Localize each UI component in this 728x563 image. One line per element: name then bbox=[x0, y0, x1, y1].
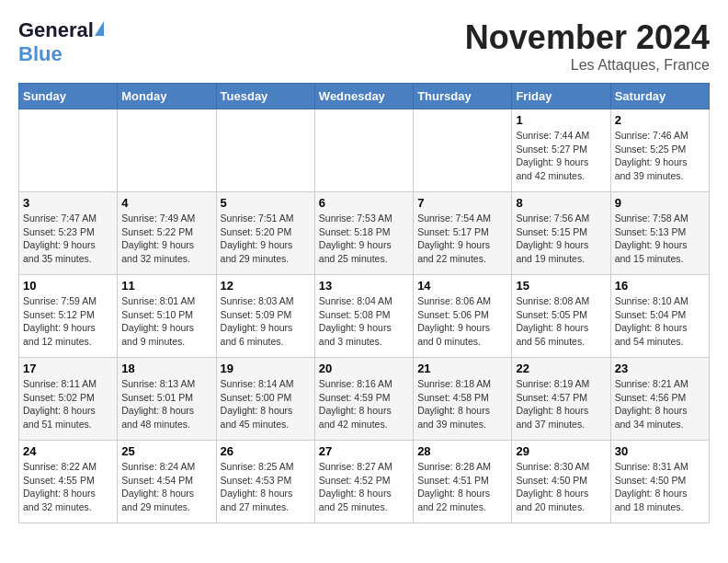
day-number: 29 bbox=[516, 444, 606, 458]
table-row: 5Sunrise: 7:51 AM Sunset: 5:20 PM Daylig… bbox=[216, 192, 314, 275]
day-info: Sunrise: 7:51 AM Sunset: 5:20 PM Dayligh… bbox=[221, 212, 311, 266]
table-row: 11Sunrise: 8:01 AM Sunset: 5:10 PM Dayli… bbox=[118, 275, 216, 358]
table-row bbox=[414, 109, 512, 192]
logo-blue-text: Blue bbox=[18, 42, 63, 65]
day-info: Sunrise: 7:44 AM Sunset: 5:27 PM Dayligh… bbox=[516, 129, 606, 183]
day-number: 7 bbox=[417, 196, 507, 210]
calendar-week-row: 17Sunrise: 8:11 AM Sunset: 5:02 PM Dayli… bbox=[19, 358, 710, 441]
day-info: Sunrise: 8:21 AM Sunset: 4:56 PM Dayligh… bbox=[615, 377, 705, 431]
day-number: 8 bbox=[516, 196, 606, 210]
day-number: 3 bbox=[23, 196, 113, 210]
table-row bbox=[118, 109, 216, 192]
day-number: 13 bbox=[319, 279, 409, 293]
day-info: Sunrise: 8:28 AM Sunset: 4:51 PM Dayligh… bbox=[417, 460, 507, 514]
table-row: 22Sunrise: 8:19 AM Sunset: 4:57 PM Dayli… bbox=[512, 358, 610, 441]
col-monday: Monday bbox=[118, 84, 216, 109]
table-row: 13Sunrise: 8:04 AM Sunset: 5:08 PM Dayli… bbox=[314, 275, 413, 358]
day-info: Sunrise: 7:59 AM Sunset: 5:12 PM Dayligh… bbox=[23, 294, 113, 349]
day-info: Sunrise: 8:11 AM Sunset: 5:02 PM Dayligh… bbox=[23, 377, 113, 431]
table-row: 6Sunrise: 7:53 AM Sunset: 5:18 PM Daylig… bbox=[314, 192, 413, 275]
day-info: Sunrise: 8:04 AM Sunset: 5:08 PM Dayligh… bbox=[319, 294, 409, 349]
day-number: 16 bbox=[615, 279, 705, 293]
table-row: 27Sunrise: 8:27 AM Sunset: 4:52 PM Dayli… bbox=[314, 441, 413, 523]
table-row: 26Sunrise: 8:25 AM Sunset: 4:53 PM Dayli… bbox=[216, 441, 314, 523]
day-info: Sunrise: 8:10 AM Sunset: 5:04 PM Dayligh… bbox=[615, 294, 705, 349]
table-row: 19Sunrise: 8:14 AM Sunset: 5:00 PM Dayli… bbox=[216, 358, 314, 441]
day-number: 5 bbox=[221, 196, 311, 210]
logo-general: General bbox=[18, 18, 94, 41]
day-info: Sunrise: 7:56 AM Sunset: 5:15 PM Dayligh… bbox=[516, 212, 606, 266]
table-row: 16Sunrise: 8:10 AM Sunset: 5:04 PM Dayli… bbox=[610, 275, 709, 358]
day-number: 28 bbox=[417, 444, 507, 458]
table-row: 3Sunrise: 7:47 AM Sunset: 5:23 PM Daylig… bbox=[19, 192, 118, 275]
day-info: Sunrise: 8:22 AM Sunset: 4:55 PM Dayligh… bbox=[23, 460, 113, 514]
day-number: 26 bbox=[221, 444, 311, 458]
calendar-table: Sunday Monday Tuesday Wednesday Thursday… bbox=[18, 83, 710, 523]
day-number: 21 bbox=[417, 362, 507, 375]
table-row: 30Sunrise: 8:31 AM Sunset: 4:50 PM Dayli… bbox=[610, 441, 709, 523]
table-row: 1Sunrise: 7:44 AM Sunset: 5:27 PM Daylig… bbox=[512, 109, 610, 192]
day-number: 20 bbox=[319, 362, 409, 375]
table-row: 17Sunrise: 8:11 AM Sunset: 5:02 PM Dayli… bbox=[19, 358, 118, 441]
table-row: 29Sunrise: 8:30 AM Sunset: 4:50 PM Dayli… bbox=[512, 441, 610, 523]
day-info: Sunrise: 8:16 AM Sunset: 4:59 PM Dayligh… bbox=[319, 377, 409, 431]
day-number: 25 bbox=[121, 444, 211, 458]
day-number: 19 bbox=[221, 362, 311, 375]
table-row: 24Sunrise: 8:22 AM Sunset: 4:55 PM Dayli… bbox=[19, 441, 118, 523]
table-row: 28Sunrise: 8:28 AM Sunset: 4:51 PM Dayli… bbox=[414, 441, 512, 523]
table-row: 23Sunrise: 8:21 AM Sunset: 4:56 PM Dayli… bbox=[610, 358, 709, 441]
table-row: 14Sunrise: 8:06 AM Sunset: 5:06 PM Dayli… bbox=[414, 275, 512, 358]
day-info: Sunrise: 7:53 AM Sunset: 5:18 PM Dayligh… bbox=[319, 212, 409, 266]
day-number: 11 bbox=[121, 279, 211, 293]
calendar-week-row: 3Sunrise: 7:47 AM Sunset: 5:23 PM Daylig… bbox=[19, 192, 710, 275]
day-number: 27 bbox=[319, 444, 409, 458]
day-info: Sunrise: 8:03 AM Sunset: 5:09 PM Dayligh… bbox=[221, 294, 311, 349]
day-number: 14 bbox=[417, 279, 507, 293]
day-info: Sunrise: 7:54 AM Sunset: 5:17 PM Dayligh… bbox=[417, 212, 507, 266]
table-row: 9Sunrise: 7:58 AM Sunset: 5:13 PM Daylig… bbox=[610, 192, 709, 275]
calendar-week-row: 24Sunrise: 8:22 AM Sunset: 4:55 PM Dayli… bbox=[19, 441, 710, 523]
day-info: Sunrise: 8:13 AM Sunset: 5:01 PM Dayligh… bbox=[121, 377, 211, 431]
table-row: 21Sunrise: 8:18 AM Sunset: 4:58 PM Dayli… bbox=[414, 358, 512, 441]
table-row: 25Sunrise: 8:24 AM Sunset: 4:54 PM Dayli… bbox=[118, 441, 216, 523]
month-title: November 2024 bbox=[465, 18, 710, 57]
day-info: Sunrise: 8:19 AM Sunset: 4:57 PM Dayligh… bbox=[516, 377, 606, 431]
table-row: 4Sunrise: 7:49 AM Sunset: 5:22 PM Daylig… bbox=[118, 192, 216, 275]
day-info: Sunrise: 8:24 AM Sunset: 4:54 PM Dayligh… bbox=[121, 460, 211, 514]
col-saturday: Saturday bbox=[610, 84, 709, 109]
page-header: General Blue November 2024 Les Attaques,… bbox=[18, 18, 710, 74]
day-number: 2 bbox=[615, 113, 705, 127]
day-number: 30 bbox=[615, 444, 705, 458]
logo-triangle-icon bbox=[95, 21, 104, 36]
day-number: 1 bbox=[516, 113, 606, 127]
table-row: 18Sunrise: 8:13 AM Sunset: 5:01 PM Dayli… bbox=[118, 358, 216, 441]
day-number: 15 bbox=[516, 279, 606, 293]
table-row bbox=[19, 109, 118, 192]
table-row: 20Sunrise: 8:16 AM Sunset: 4:59 PM Dayli… bbox=[314, 358, 413, 441]
day-info: Sunrise: 7:58 AM Sunset: 5:13 PM Dayligh… bbox=[615, 212, 705, 266]
day-number: 24 bbox=[23, 444, 113, 458]
day-number: 17 bbox=[23, 362, 113, 375]
day-number: 23 bbox=[615, 362, 705, 375]
day-info: Sunrise: 8:14 AM Sunset: 5:00 PM Dayligh… bbox=[221, 377, 311, 431]
location: Les Attaques, France bbox=[465, 57, 710, 74]
day-number: 12 bbox=[221, 279, 311, 293]
day-info: Sunrise: 7:49 AM Sunset: 5:22 PM Dayligh… bbox=[121, 212, 211, 266]
col-wednesday: Wednesday bbox=[314, 84, 413, 109]
table-row bbox=[216, 109, 314, 192]
table-row: 12Sunrise: 8:03 AM Sunset: 5:09 PM Dayli… bbox=[216, 275, 314, 358]
day-info: Sunrise: 8:06 AM Sunset: 5:06 PM Dayligh… bbox=[417, 294, 507, 349]
table-row: 10Sunrise: 7:59 AM Sunset: 5:12 PM Dayli… bbox=[19, 275, 118, 358]
day-number: 18 bbox=[121, 362, 211, 375]
calendar-week-row: 1Sunrise: 7:44 AM Sunset: 5:27 PM Daylig… bbox=[19, 109, 710, 192]
day-info: Sunrise: 8:30 AM Sunset: 4:50 PM Dayligh… bbox=[516, 460, 606, 514]
day-number: 9 bbox=[615, 196, 705, 210]
table-row: 8Sunrise: 7:56 AM Sunset: 5:15 PM Daylig… bbox=[512, 192, 610, 275]
day-info: Sunrise: 8:27 AM Sunset: 4:52 PM Dayligh… bbox=[319, 460, 409, 514]
title-block: November 2024 Les Attaques, France bbox=[465, 18, 710, 74]
day-info: Sunrise: 8:01 AM Sunset: 5:10 PM Dayligh… bbox=[121, 294, 211, 349]
col-tuesday: Tuesday bbox=[216, 84, 314, 109]
day-info: Sunrise: 8:25 AM Sunset: 4:53 PM Dayligh… bbox=[221, 460, 311, 514]
col-thursday: Thursday bbox=[414, 84, 512, 109]
table-row bbox=[314, 109, 413, 192]
